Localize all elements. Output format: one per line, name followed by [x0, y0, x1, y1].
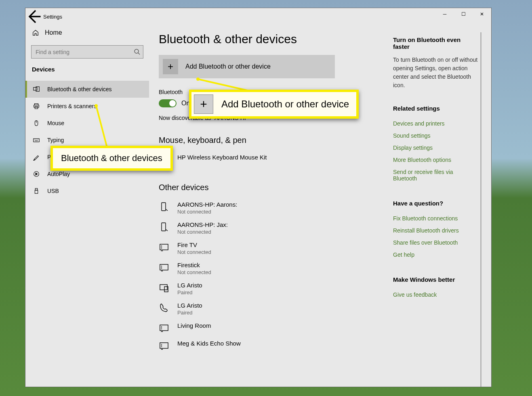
device-name: LG Aristo	[177, 302, 202, 309]
window-title: Settings	[42, 14, 62, 20]
device-row[interactable]: AARONS-HP: Jax: Not connected	[159, 218, 389, 238]
back-button[interactable]	[25, 8, 42, 25]
home-label: Home	[45, 29, 62, 36]
device-name: Meg & Kids Echo Show	[177, 340, 241, 347]
plus-icon: +	[194, 94, 213, 114]
link[interactable]: Send or receive files via Bluetooth	[393, 166, 478, 184]
sidebar-item-label: Mouse	[47, 120, 64, 126]
link[interactable]: Sound settings	[393, 130, 478, 142]
svg-rect-3	[35, 104, 38, 105]
svg-rect-1	[34, 88, 37, 90]
question-heading: Have a question?	[393, 200, 478, 207]
right-column: Turn on Bluetooth even faster To turn Bl…	[389, 32, 482, 387]
home-link[interactable]: Home	[25, 25, 149, 40]
device-row[interactable]: HP Wireless Keyboard Mouse Kit	[159, 151, 389, 168]
device-row[interactable]: LG Aristo Paired	[159, 279, 389, 299]
add-device-label: Add Bluetooth or other device	[185, 63, 271, 70]
device-status: Not connected	[177, 269, 211, 275]
sidebar-item-label: AutoPlay	[47, 171, 70, 177]
link[interactable]: Reinstall Bluetooth drivers	[393, 224, 478, 237]
sidebar-item-label: Bluetooth & other devices	[47, 86, 112, 92]
sidebar-item-bluetooth[interactable]: Bluetooth & other devices	[25, 81, 149, 98]
device-icon	[159, 242, 169, 253]
device-name: AARONS-HP: Jax:	[177, 221, 228, 228]
devices-icon	[33, 86, 40, 93]
device-status: Not connected	[177, 209, 237, 215]
home-icon	[32, 29, 39, 36]
link[interactable]: Get help	[393, 249, 478, 261]
search-container	[31, 45, 143, 59]
tip-heading: Turn on Bluetooth even faster	[393, 36, 478, 50]
device-icon	[159, 323, 169, 333]
svg-rect-9	[35, 189, 37, 191]
usb-icon	[33, 187, 40, 195]
link[interactable]: Display settings	[393, 142, 478, 154]
device-name: HP Wireless Keyboard Mouse Kit	[177, 154, 267, 161]
main-content: Bluetooth & other devices + Add Bluetoot…	[159, 32, 389, 387]
mouse-icon	[33, 119, 40, 127]
titlebar: Settings ─ ☐ ✕	[25, 8, 491, 25]
plus-icon: +	[163, 59, 178, 74]
device-name: Firestick	[177, 262, 211, 268]
svg-rect-10	[35, 190, 38, 193]
device-status: Paired	[177, 310, 202, 316]
svg-rect-12	[162, 203, 166, 211]
tip-text: To turn Bluetooth on or off without open…	[393, 56, 478, 90]
close-button[interactable]: ✕	[473, 8, 491, 20]
device-status: Paired	[177, 289, 202, 295]
device-row[interactable]: Meg & Kids Echo Show	[159, 337, 389, 354]
link[interactable]: More Bluetooth options	[393, 154, 478, 166]
device-row[interactable]: LG Aristo Paired	[159, 299, 389, 319]
device-name: Fire TV	[177, 241, 211, 248]
svg-rect-7	[34, 138, 39, 142]
settings-window: Settings ─ ☐ ✕ Home Devices Bluetooth & …	[25, 8, 492, 387]
sidebar-section-heading: Devices	[25, 66, 149, 81]
search-input[interactable]	[31, 45, 143, 59]
maximize-button[interactable]: ☐	[454, 8, 473, 20]
add-device-button[interactable]: + Add Bluetooth or other device	[159, 55, 335, 78]
sidebar-item-printers[interactable]: Printers & scanners	[25, 98, 149, 115]
device-icon	[159, 262, 169, 273]
svg-point-0	[135, 49, 139, 53]
mouse-keyboard-heading: Mouse, keyboard, & pen	[159, 136, 389, 145]
sidebar-item-label: USB	[47, 188, 59, 194]
search-icon	[134, 48, 140, 55]
related-heading: Related settings	[393, 105, 478, 112]
sidebar-item-usb[interactable]: USB	[25, 182, 149, 199]
device-name: LG Aristo	[177, 282, 202, 289]
feedback-heading: Make Windows better	[393, 276, 478, 283]
device-row[interactable]: Firestick Not connected	[159, 258, 389, 279]
page-title: Bluetooth & other devices	[159, 32, 389, 46]
other-devices-heading: Other devices	[159, 183, 389, 192]
device-status: Not connected	[177, 229, 228, 235]
device-name: AARONS-HP: Aarons:	[177, 201, 237, 208]
svg-rect-5	[35, 107, 38, 109]
link[interactable]: Give us feedback	[393, 289, 478, 301]
link[interactable]: Devices and printers	[393, 117, 478, 130]
sidebar-item-mouse[interactable]: Mouse	[25, 115, 149, 132]
device-icon	[159, 222, 169, 233]
sidebar-item-label: Printers & scanners	[47, 103, 97, 109]
pen-icon	[33, 153, 40, 161]
device-row[interactable]: Fire TV Not connected	[159, 238, 389, 258]
svg-rect-13	[162, 223, 166, 231]
svg-rect-4	[34, 105, 39, 107]
device-icon	[159, 202, 169, 212]
callout-add: + Add Bluetooth or other device	[189, 90, 359, 119]
sidebar: Home Devices Bluetooth & other devices P…	[25, 25, 149, 387]
sidebar-item-label: Typing	[47, 137, 64, 143]
svg-rect-16	[160, 285, 167, 290]
device-icon	[159, 283, 169, 293]
autoplay-icon	[33, 170, 40, 178]
device-icon	[159, 303, 169, 313]
callout-nav: Bluetooth & other devices	[50, 146, 173, 171]
device-name: Living Room	[177, 322, 211, 329]
keyboard-icon	[33, 136, 40, 144]
device-row[interactable]: Living Room	[159, 319, 389, 337]
link[interactable]: Fix Bluetooth connections	[393, 212, 478, 224]
printer-icon	[33, 103, 40, 110]
link[interactable]: Share files over Bluetooth	[393, 237, 478, 249]
minimize-button[interactable]: ─	[435, 8, 454, 20]
bluetooth-toggle[interactable]	[159, 99, 177, 107]
device-row[interactable]: AARONS-HP: Aarons: Not connected	[159, 198, 389, 218]
